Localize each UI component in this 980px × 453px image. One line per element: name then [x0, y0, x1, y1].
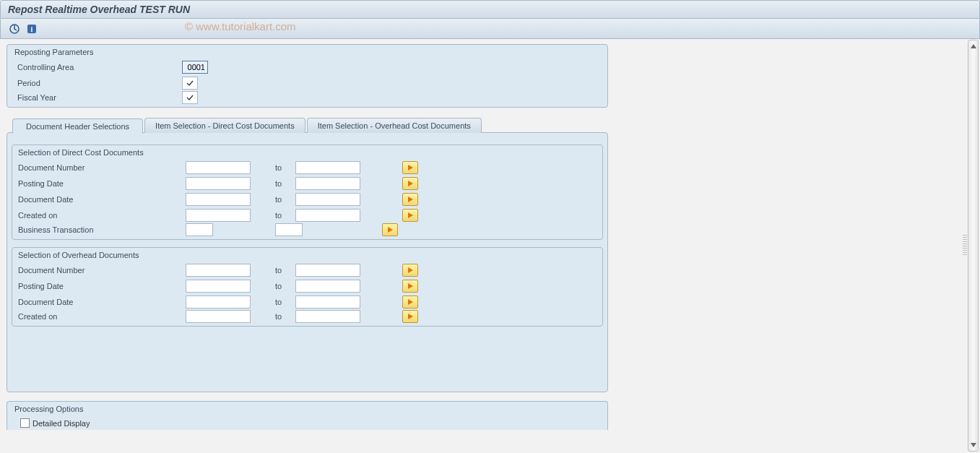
overhead-docdate-from[interactable] — [186, 295, 251, 309]
arrow-right-icon — [408, 299, 413, 305]
direct-docdate-from[interactable] — [186, 193, 251, 206]
detailed-display-checkbox[interactable] — [20, 418, 30, 428]
overhead-createdon-from[interactable] — [186, 310, 251, 323]
watermark-text: © www.tutorialkart.com — [185, 20, 296, 33]
to-label: to — [251, 298, 295, 306]
to-label: to — [251, 211, 295, 220]
arrow-right-icon — [408, 212, 413, 218]
info-icon[interactable]: i — [25, 22, 38, 35]
to-label: to — [251, 195, 295, 204]
tab-panel: Selection of Direct Cost Documents Docum… — [6, 132, 608, 392]
fiscal-year-required-indicator[interactable] — [182, 91, 198, 104]
direct-biztrans-to[interactable] — [275, 223, 303, 236]
to-label: to — [251, 312, 295, 321]
direct-createdon-from[interactable] — [186, 209, 251, 222]
overhead-group: Selection of Overhead Documents Document… — [12, 247, 603, 327]
overhead-postdate-from[interactable] — [186, 280, 251, 293]
content-area: Reposting Parameters Controlling Area Pe… — [2, 40, 967, 451]
direct-docdate-to[interactable] — [295, 193, 360, 206]
direct-docnum-from[interactable] — [186, 161, 251, 174]
tab-document-header[interactable]: Document Header Selections — [12, 118, 143, 134]
direct-docnum-label: Document Number — [18, 163, 186, 172]
title-text: Repost Realtime Overhead TEST RUN — [8, 4, 190, 15]
scroll-up-icon[interactable] — [968, 41, 978, 51]
tab-item-overhead-cost[interactable]: Item Selection - Overhead Cost Documents — [307, 118, 482, 133]
arrow-right-icon — [408, 197, 413, 202]
to-label: to — [251, 282, 295, 290]
arrow-right-icon — [408, 165, 413, 171]
period-label: Period — [17, 79, 182, 87]
arrow-right-icon — [408, 283, 413, 289]
period-required-indicator[interactable] — [182, 77, 198, 90]
arrow-right-icon — [388, 227, 393, 233]
overhead-title: Selection of Overhead Documents — [12, 248, 602, 262]
controlling-area-label: Controlling Area — [17, 63, 182, 72]
overhead-postdate-label: Posting Date — [18, 282, 186, 290]
direct-docdate-multi[interactable] — [402, 193, 418, 206]
scroll-grip-icon — [963, 235, 967, 255]
reposting-parameters-group: Reposting Parameters Controlling Area Pe… — [6, 44, 608, 108]
overhead-postdate-to[interactable] — [295, 280, 360, 293]
direct-cost-title: Selection of Direct Cost Documents — [12, 145, 602, 160]
overhead-createdon-to[interactable] — [295, 310, 360, 323]
direct-biztrans-multi[interactable] — [382, 223, 398, 236]
vertical-scrollbar[interactable] — [968, 40, 979, 452]
to-label: to — [251, 179, 295, 188]
overhead-docnum-to[interactable] — [295, 264, 360, 277]
overhead-docnum-multi[interactable] — [402, 264, 418, 277]
arrow-right-icon — [408, 314, 413, 319]
svg-text:i: i — [31, 25, 33, 33]
overhead-postdate-multi[interactable] — [402, 280, 418, 293]
window-title: Repost Realtime Overhead TEST RUN — [0, 0, 980, 19]
direct-docnum-multi[interactable] — [402, 161, 418, 174]
direct-createdon-to[interactable] — [295, 209, 360, 222]
tab-strip: Document Header Selections Item Selectio… — [12, 118, 967, 133]
direct-biztrans-from[interactable] — [186, 223, 213, 236]
arrow-right-icon — [408, 181, 413, 186]
overhead-docdate-label: Document Date — [18, 298, 186, 306]
direct-createdon-multi[interactable] — [402, 209, 418, 222]
overhead-docdate-multi[interactable] — [402, 295, 418, 309]
processing-title: Processing Options — [7, 402, 607, 416]
processing-options-group: Processing Options Detailed Display — [6, 401, 608, 430]
to-label: to — [251, 163, 295, 172]
direct-docnum-to[interactable] — [295, 161, 360, 174]
direct-cost-group: Selection of Direct Cost Documents Docum… — [12, 144, 603, 240]
direct-postdate-to[interactable] — [295, 177, 360, 190]
overhead-docdate-to[interactable] — [295, 295, 360, 309]
to-label: to — [213, 225, 275, 234]
direct-docdate-label: Document Date — [18, 195, 186, 204]
overhead-createdon-label: Created on — [18, 312, 186, 321]
overhead-createdon-multi[interactable] — [402, 310, 418, 323]
direct-postdate-multi[interactable] — [402, 177, 418, 190]
reposting-group-title: Reposting Parameters — [7, 45, 607, 59]
app-toolbar: i © www.tutorialkart.com — [0, 19, 980, 39]
tab-item-direct-cost[interactable]: Item Selection - Direct Cost Documents — [144, 118, 305, 133]
direct-createdon-label: Created on — [18, 211, 186, 220]
direct-postdate-label: Posting Date — [18, 179, 186, 188]
execute-icon[interactable] — [8, 22, 21, 35]
direct-biztrans-label: Business Transaction — [18, 225, 186, 234]
to-label: to — [251, 266, 295, 275]
detailed-display-label: Detailed Display — [32, 419, 90, 428]
controlling-area-input[interactable] — [182, 61, 208, 74]
direct-postdate-from[interactable] — [186, 177, 251, 190]
overhead-docnum-from[interactable] — [186, 264, 251, 277]
overhead-docnum-label: Document Number — [18, 266, 186, 275]
arrow-right-icon — [408, 267, 413, 273]
fiscal-year-label: Fiscal Year — [17, 93, 182, 102]
scroll-down-icon[interactable] — [968, 440, 978, 450]
